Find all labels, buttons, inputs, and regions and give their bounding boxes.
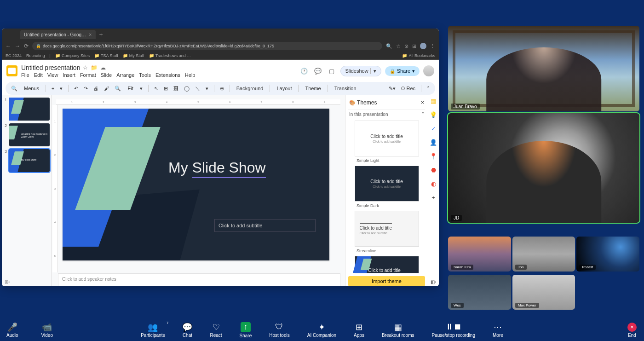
search-icon[interactable]: 🔍 — [386, 43, 392, 49]
tasks-icon[interactable]: ✓ — [430, 125, 437, 133]
end-button[interactable]: × End — [627, 323, 637, 338]
line-dropdown-icon[interactable]: ▾ — [204, 85, 210, 92]
menu-icon[interactable]: ⋮ — [430, 43, 435, 49]
chevron-left-icon[interactable]: ‹ — [8, 279, 10, 284]
history-icon[interactable]: 🕐 — [299, 66, 309, 76]
menu-file[interactable]: File — [21, 72, 29, 78]
slide-title-text[interactable]: My Slide Show — [168, 159, 266, 178]
explore-icon[interactable]: ◧ — [431, 279, 435, 284]
forward-icon[interactable]: → — [15, 43, 20, 49]
address-bar[interactable]: 🔒 docs.google.com/presentation/d/1f6iH2x… — [32, 42, 382, 50]
bookmark-folder[interactable]: 📁 My Stuff — [123, 53, 144, 58]
line-icon[interactable]: ＼ — [193, 84, 202, 93]
bookmark-item[interactable]: Recruiting — [26, 53, 45, 58]
redo-icon[interactable]: ↷ — [82, 85, 90, 92]
back-icon[interactable]: ← — [6, 43, 11, 49]
menu-extensions[interactable]: Extensions — [155, 72, 180, 78]
new-slide-dropdown-icon[interactable]: ▾ — [58, 85, 64, 92]
slides-logo-icon[interactable] — [6, 65, 17, 76]
new-slide-icon[interactable]: + — [50, 85, 56, 92]
menus-button[interactable]: Menus — [21, 85, 42, 92]
all-bookmarks[interactable]: 📁 All Bookmarks — [402, 53, 435, 58]
menu-insert[interactable]: Insert — [63, 72, 75, 78]
menu-view[interactable]: View — [47, 72, 58, 78]
cursor-icon[interactable]: ↖ — [152, 85, 160, 92]
star-icon[interactable]: ☆ — [83, 64, 88, 71]
theme-button[interactable]: Theme — [302, 85, 323, 92]
meet-icon[interactable]: ▢ — [327, 66, 337, 76]
add-icon[interactable]: + — [430, 194, 437, 202]
zoom-fit[interactable]: Fit — [125, 85, 136, 92]
menu-help[interactable]: Help — [185, 72, 196, 78]
participant-video[interactable]: Wes — [448, 275, 511, 310]
calendar-icon[interactable]: ▦ — [430, 98, 437, 105]
grid-icon[interactable]: ⊞ — [5, 279, 8, 284]
ai-companion-button[interactable]: ✦ AI Companion — [307, 323, 336, 338]
transition-button[interactable]: Transition — [332, 85, 359, 92]
menu-slide[interactable]: Slide — [101, 72, 112, 78]
background-button[interactable]: Background — [234, 85, 266, 92]
menu-arrange[interactable]: Arrange — [116, 72, 134, 78]
tab-close-icon[interactable]: × — [89, 32, 92, 37]
user-avatar[interactable] — [423, 65, 434, 76]
refresh-icon[interactable]: ⟳ — [24, 43, 29, 49]
dropdown-icon[interactable]: ▾ — [412, 68, 415, 74]
extensions-icon[interactable]: ⊗ — [404, 43, 408, 49]
participant-video[interactable]: JD — [448, 113, 639, 223]
undo-icon[interactable]: ↶ — [72, 85, 80, 92]
addon-icon[interactable]: ⬣ — [430, 167, 437, 174]
browser-tab[interactable]: Untitled presentation - Goog… × — [20, 30, 96, 39]
participant-video[interactable]: Jon — [512, 237, 575, 272]
theme-option[interactable]: Click to add title — [355, 256, 419, 273]
maps-icon[interactable]: 📍 — [430, 153, 437, 160]
print-icon[interactable]: 🖨 — [92, 85, 100, 92]
dropdown-icon[interactable]: ▾ — [370, 68, 376, 74]
pen-icon[interactable]: ✎▾ — [387, 85, 397, 92]
dropdown-icon[interactable]: ▾ — [138, 85, 144, 92]
participant-video[interactable]: Sarah Kim — [448, 237, 511, 272]
new-tab-icon[interactable]: + — [99, 31, 103, 38]
puzzle-icon[interactable]: ⊞ — [412, 43, 416, 49]
menu-tools[interactable]: Tools — [139, 72, 151, 78]
addon-icon[interactable]: ◐ — [430, 180, 437, 188]
slideshow-button[interactable]: Slideshow ▾ — [340, 66, 381, 76]
slide-thumb[interactable]: 3 My Slide Show — [9, 149, 50, 172]
move-icon[interactable]: 📁 — [91, 64, 98, 71]
menu-format[interactable]: Format — [80, 72, 96, 78]
comment-add-icon[interactable]: ⊕ — [218, 85, 226, 92]
comment-icon[interactable]: 💬 — [313, 66, 323, 76]
bookmark-folder[interactable]: 📁 TSA Stuff — [94, 53, 118, 58]
chevron-right-icon[interactable]: › — [435, 279, 436, 284]
subtitle-placeholder[interactable]: Click to add subtitle — [214, 219, 316, 232]
audio-button[interactable]: 🎤 Audio — [6, 323, 18, 338]
contacts-icon[interactable]: 👤 — [430, 139, 437, 146]
participant-video[interactable]: Juan Bravo — [448, 26, 639, 111]
chat-button[interactable]: 💬 Chat — [182, 323, 192, 338]
image-icon[interactable]: 🖼 — [172, 85, 180, 92]
share-button[interactable]: Share ▾ — [385, 66, 420, 76]
record-button[interactable]: ⏸⏹ Pause/stop recording — [431, 323, 475, 338]
theme-option[interactable]: Click to add title Click to add subtitle — [355, 166, 419, 202]
search-icon[interactable]: 🔍 — [9, 85, 19, 92]
slide-thumb[interactable]: 2 Amazing New Features in Zoom Client — [9, 123, 50, 146]
profile-avatar[interactable] — [420, 43, 426, 49]
themes-section-toggle[interactable]: In this presentation ˅ — [348, 110, 425, 119]
breakout-button[interactable]: ▦ Breakout rooms — [382, 323, 414, 338]
participant-video[interactable]: Max Power — [512, 275, 575, 310]
apps-button[interactable]: ⊞ Apps — [354, 323, 364, 338]
layout-button[interactable]: Layout — [274, 85, 294, 92]
bookmark-folder[interactable]: 📁 Company Sites — [55, 53, 90, 58]
participants-button[interactable]: 👥 7 Participants — [141, 323, 165, 338]
slide-canvas[interactable]: My Slide Show Click to add subtitle — [63, 109, 329, 260]
close-icon[interactable]: × — [421, 99, 424, 106]
theme-option[interactable]: Click to add title Click to add subtitle — [355, 211, 419, 247]
cloud-icon[interactable]: ☁ — [100, 64, 106, 71]
bookmark-folder[interactable]: 📁 Tradeshows and … — [149, 53, 191, 58]
share-button[interactable]: ↑ Share — [240, 322, 252, 338]
participant-video[interactable]: Robert — [576, 237, 639, 272]
host-tools-button[interactable]: 🛡 Host tools — [269, 323, 289, 338]
more-button[interactable]: ⋯ More — [493, 323, 503, 338]
theme-option[interactable]: Click to add title Click to add subtitle — [355, 121, 419, 156]
textbox-icon[interactable]: ⊞ — [162, 85, 170, 92]
react-button[interactable]: ♡ React — [210, 323, 222, 338]
